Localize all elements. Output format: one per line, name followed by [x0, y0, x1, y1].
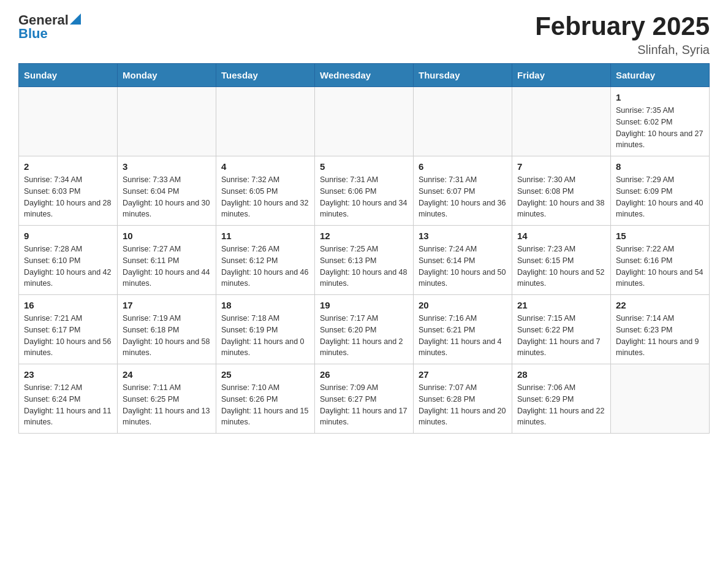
day-info: Sunrise: 7:12 AMSunset: 6:24 PMDaylight:…	[24, 382, 112, 428]
day-info: Sunrise: 7:29 AMSunset: 6:09 PMDaylight:…	[616, 174, 704, 220]
day-info: Sunrise: 7:25 AMSunset: 6:13 PMDaylight:…	[320, 243, 408, 289]
calendar-header-row: SundayMondayTuesdayWednesdayThursdayFrid…	[19, 64, 710, 87]
day-number: 8	[616, 161, 704, 172]
day-number: 13	[419, 231, 507, 241]
day-number: 22	[616, 300, 704, 310]
day-info: Sunrise: 7:22 AMSunset: 6:16 PMDaylight:…	[616, 243, 704, 289]
day-info: Sunrise: 7:30 AMSunset: 6:08 PMDaylight:…	[517, 174, 605, 220]
day-number: 1	[616, 92, 704, 102]
calendar-cell: 15Sunrise: 7:22 AMSunset: 6:16 PMDayligh…	[611, 226, 710, 295]
day-info: Sunrise: 7:34 AMSunset: 6:03 PMDaylight:…	[24, 174, 112, 220]
day-number: 18	[221, 300, 309, 310]
calendar-cell: 22Sunrise: 7:14 AMSunset: 6:23 PMDayligh…	[611, 295, 710, 364]
calendar-cell: 3Sunrise: 7:33 AMSunset: 6:04 PMDaylight…	[118, 156, 216, 226]
calendar-cell: 13Sunrise: 7:24 AMSunset: 6:14 PMDayligh…	[414, 226, 512, 295]
day-info: Sunrise: 7:16 AMSunset: 6:21 PMDaylight:…	[419, 313, 507, 359]
calendar-weekday-tuesday: Tuesday	[216, 64, 315, 87]
calendar-weekday-friday: Friday	[512, 64, 611, 87]
day-info: Sunrise: 7:14 AMSunset: 6:23 PMDaylight:…	[616, 313, 704, 359]
day-number: 17	[123, 300, 211, 310]
day-info: Sunrise: 7:28 AMSunset: 6:10 PMDaylight:…	[24, 243, 112, 289]
day-number: 12	[320, 231, 408, 241]
day-number: 3	[123, 161, 211, 172]
day-info: Sunrise: 7:26 AMSunset: 6:12 PMDaylight:…	[221, 243, 309, 289]
calendar-cell: 23Sunrise: 7:12 AMSunset: 6:24 PMDayligh…	[19, 364, 118, 434]
calendar-week-row: 2Sunrise: 7:34 AMSunset: 6:03 PMDaylight…	[19, 156, 710, 226]
calendar-table: SundayMondayTuesdayWednesdayThursdayFrid…	[18, 63, 710, 434]
logo: General Blue	[18, 12, 81, 42]
calendar-cell: 10Sunrise: 7:27 AMSunset: 6:11 PMDayligh…	[118, 226, 216, 295]
day-info: Sunrise: 7:17 AMSunset: 6:20 PMDaylight:…	[320, 313, 408, 359]
calendar-cell: 26Sunrise: 7:09 AMSunset: 6:27 PMDayligh…	[315, 364, 414, 434]
logo-blue-text: Blue	[18, 26, 48, 42]
day-info: Sunrise: 7:35 AMSunset: 6:02 PMDaylight:…	[616, 105, 704, 151]
day-number: 21	[517, 300, 605, 310]
day-number: 15	[616, 231, 704, 241]
calendar-week-row: 23Sunrise: 7:12 AMSunset: 6:24 PMDayligh…	[19, 364, 710, 434]
day-info: Sunrise: 7:23 AMSunset: 6:15 PMDaylight:…	[517, 243, 605, 289]
day-number: 2	[24, 161, 112, 172]
calendar-cell: 1Sunrise: 7:35 AMSunset: 6:02 PMDaylight…	[611, 87, 710, 156]
day-info: Sunrise: 7:32 AMSunset: 6:05 PMDaylight:…	[221, 174, 309, 220]
calendar-cell: 18Sunrise: 7:18 AMSunset: 6:19 PMDayligh…	[216, 295, 315, 364]
calendar-cell	[512, 87, 611, 156]
calendar-cell: 7Sunrise: 7:30 AMSunset: 6:08 PMDaylight…	[512, 156, 611, 226]
day-number: 11	[221, 231, 309, 241]
calendar-week-row: 9Sunrise: 7:28 AMSunset: 6:10 PMDaylight…	[19, 226, 710, 295]
day-info: Sunrise: 7:27 AMSunset: 6:11 PMDaylight:…	[123, 243, 211, 289]
page-title: February 2025	[535, 12, 710, 40]
calendar-cell: 21Sunrise: 7:15 AMSunset: 6:22 PMDayligh…	[512, 295, 611, 364]
day-number: 20	[419, 300, 507, 310]
day-number: 6	[419, 161, 507, 172]
day-info: Sunrise: 7:11 AMSunset: 6:25 PMDaylight:…	[123, 382, 211, 428]
logo-triangle-icon	[70, 13, 81, 25]
day-number: 9	[24, 231, 112, 241]
day-number: 10	[123, 231, 211, 241]
day-number: 4	[221, 161, 309, 172]
day-number: 19	[320, 300, 408, 310]
day-info: Sunrise: 7:10 AMSunset: 6:26 PMDaylight:…	[221, 382, 309, 428]
day-number: 16	[24, 300, 112, 310]
calendar-cell: 27Sunrise: 7:07 AMSunset: 6:28 PMDayligh…	[414, 364, 512, 434]
day-info: Sunrise: 7:33 AMSunset: 6:04 PMDaylight:…	[123, 174, 211, 220]
calendar-weekday-sunday: Sunday	[19, 64, 118, 87]
calendar-week-row: 1Sunrise: 7:35 AMSunset: 6:02 PMDaylight…	[19, 87, 710, 156]
day-number: 26	[320, 369, 408, 380]
calendar-cell: 4Sunrise: 7:32 AMSunset: 6:05 PMDaylight…	[216, 156, 315, 226]
day-number: 14	[517, 231, 605, 241]
calendar-cell: 19Sunrise: 7:17 AMSunset: 6:20 PMDayligh…	[315, 295, 414, 364]
day-number: 27	[419, 369, 507, 380]
day-info: Sunrise: 7:21 AMSunset: 6:17 PMDaylight:…	[24, 313, 112, 359]
calendar-cell	[216, 87, 315, 156]
calendar-cell	[414, 87, 512, 156]
title-block: February 2025 Slinfah, Syria	[535, 12, 710, 57]
calendar-weekday-saturday: Saturday	[611, 64, 710, 87]
day-info: Sunrise: 7:18 AMSunset: 6:19 PMDaylight:…	[221, 313, 309, 359]
day-info: Sunrise: 7:07 AMSunset: 6:28 PMDaylight:…	[419, 382, 507, 428]
calendar-cell: 16Sunrise: 7:21 AMSunset: 6:17 PMDayligh…	[19, 295, 118, 364]
day-info: Sunrise: 7:15 AMSunset: 6:22 PMDaylight:…	[517, 313, 605, 359]
calendar-cell: 20Sunrise: 7:16 AMSunset: 6:21 PMDayligh…	[414, 295, 512, 364]
day-info: Sunrise: 7:24 AMSunset: 6:14 PMDaylight:…	[419, 243, 507, 289]
calendar-cell	[118, 87, 216, 156]
calendar-cell: 11Sunrise: 7:26 AMSunset: 6:12 PMDayligh…	[216, 226, 315, 295]
calendar-cell: 17Sunrise: 7:19 AMSunset: 6:18 PMDayligh…	[118, 295, 216, 364]
calendar-cell	[315, 87, 414, 156]
calendar-cell: 2Sunrise: 7:34 AMSunset: 6:03 PMDaylight…	[19, 156, 118, 226]
day-number: 23	[24, 369, 112, 380]
day-info: Sunrise: 7:31 AMSunset: 6:06 PMDaylight:…	[320, 174, 408, 220]
calendar-cell: 6Sunrise: 7:31 AMSunset: 6:07 PMDaylight…	[414, 156, 512, 226]
calendar-cell: 8Sunrise: 7:29 AMSunset: 6:09 PMDaylight…	[611, 156, 710, 226]
calendar-cell: 12Sunrise: 7:25 AMSunset: 6:13 PMDayligh…	[315, 226, 414, 295]
day-number: 25	[221, 369, 309, 380]
day-number: 5	[320, 161, 408, 172]
calendar-cell: 5Sunrise: 7:31 AMSunset: 6:06 PMDaylight…	[315, 156, 414, 226]
day-info: Sunrise: 7:06 AMSunset: 6:29 PMDaylight:…	[517, 382, 605, 428]
day-number: 28	[517, 369, 605, 380]
day-info: Sunrise: 7:19 AMSunset: 6:18 PMDaylight:…	[123, 313, 211, 359]
calendar-cell: 28Sunrise: 7:06 AMSunset: 6:29 PMDayligh…	[512, 364, 611, 434]
calendar-cell: 9Sunrise: 7:28 AMSunset: 6:10 PMDaylight…	[19, 226, 118, 295]
calendar-cell: 25Sunrise: 7:10 AMSunset: 6:26 PMDayligh…	[216, 364, 315, 434]
day-number: 24	[123, 369, 211, 380]
svg-marker-0	[70, 13, 81, 25]
